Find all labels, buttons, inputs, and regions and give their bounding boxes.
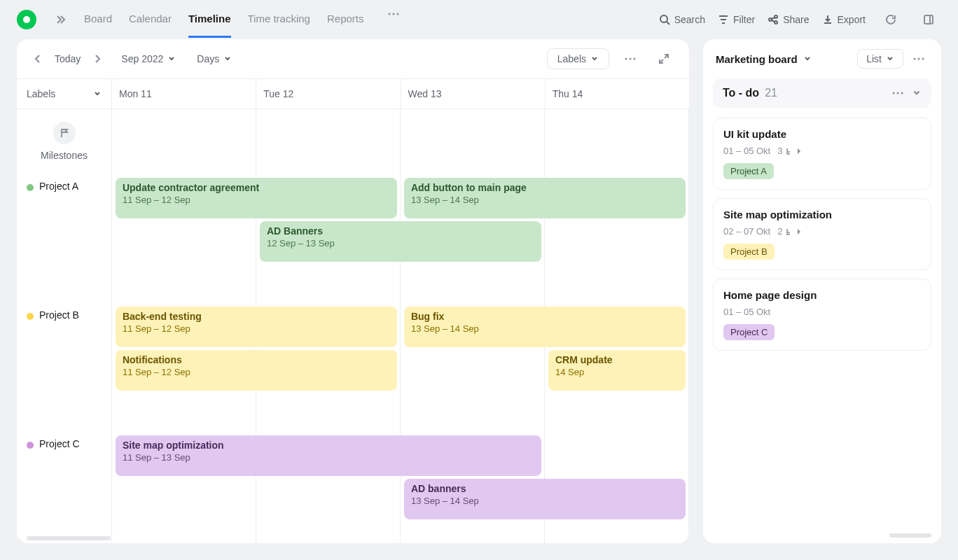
board-name[interactable]: Marketing board — [716, 53, 798, 65]
chevron-down-icon[interactable] — [803, 55, 812, 63]
search-label: Search — [674, 14, 705, 25]
filter-action[interactable]: Filter — [718, 14, 755, 25]
granularity-selector[interactable]: Days — [197, 53, 232, 64]
tab-reports[interactable]: Reports — [327, 1, 364, 38]
task-title: AD Banners — [267, 225, 534, 237]
more-tabs-icon[interactable] — [381, 1, 406, 27]
project-tag: Project A — [723, 163, 774, 179]
list-view-button[interactable]: List — [857, 49, 903, 69]
row-label-text: Project C — [39, 438, 80, 449]
row-label-project-b[interactable]: Project B — [17, 302, 111, 431]
search-icon — [659, 14, 670, 25]
timeline-grid[interactable]: Update contractor agreement11 Sep – 12 S… — [112, 109, 689, 543]
task-card[interactable]: Home page design01 – 05 OktProject C — [713, 279, 931, 351]
row-label-project-a[interactable]: Project A — [17, 174, 111, 302]
task-dates: 12 Sep – 13 Sep — [267, 238, 534, 248]
task-bar[interactable]: Notifications11 Sep – 12 Sep — [116, 350, 397, 391]
tab-time-tracking[interactable]: Time tracking — [248, 1, 310, 38]
svg-point-8 — [625, 58, 627, 60]
row-label-text: Project B — [39, 309, 79, 321]
task-card[interactable]: Site map optimization02 – 07 Okt2 Projec… — [713, 198, 931, 270]
task-title: Bug fix — [411, 311, 679, 322]
export-action[interactable]: Export — [822, 14, 866, 25]
card-dates: 02 – 07 Okt — [723, 226, 770, 237]
app-logo[interactable] — [17, 10, 36, 29]
task-bar[interactable]: Back-end testing11 Sep – 12 Sep — [116, 307, 397, 347]
timeline-more-icon[interactable] — [618, 46, 643, 71]
today-label: Today — [55, 53, 81, 64]
subtask-icon — [785, 147, 793, 155]
next-day-icon[interactable] — [89, 46, 106, 71]
flag-icon — [53, 122, 76, 144]
task-bar[interactable]: AD banners13 Sep – 14 Sep — [404, 479, 686, 519]
svg-point-1 — [392, 13, 394, 15]
task-title: CRM update — [555, 354, 679, 365]
project-dot — [27, 184, 34, 191]
prev-day-icon[interactable] — [29, 46, 46, 71]
horizontal-scrollbar[interactable] — [27, 536, 111, 540]
tab-calendar[interactable]: Calendar — [129, 1, 172, 38]
refresh-icon[interactable] — [878, 7, 903, 32]
timeline-panel: Today Sep 2022 Days Labels — [17, 39, 689, 543]
project-tag: Project B — [723, 244, 775, 260]
tab-board[interactable]: Board — [84, 1, 112, 38]
svg-point-6 — [775, 21, 777, 24]
task-bar[interactable]: Bug fix13 Sep – 14 Sep — [404, 307, 686, 347]
task-title: Site map optimization — [123, 440, 534, 451]
group-header-todo[interactable]: To - do 21 — [713, 78, 931, 108]
subtask-count: 3 — [777, 146, 802, 156]
row-label-project-c[interactable]: Project C — [17, 431, 111, 543]
side-scrollbar[interactable] — [889, 533, 931, 538]
task-card[interactable]: UI kit update01 – 05 Okt3 Project A — [713, 118, 931, 190]
side-panel: Marketing board List To - do 21 UI kit u… — [703, 39, 941, 543]
task-bar[interactable]: AD Banners12 Sep – 13 Sep — [260, 221, 541, 262]
side-more-icon[interactable] — [909, 46, 929, 71]
task-bar[interactable]: Add button to main page13 Sep – 14 Sep — [404, 178, 686, 218]
day-header-mon: Mon 11 — [112, 79, 256, 108]
group-more-icon[interactable] — [892, 92, 903, 94]
subtask-icon — [785, 227, 793, 236]
svg-point-4 — [769, 18, 772, 21]
fullscreen-icon[interactable] — [651, 46, 676, 71]
chevron-down-icon — [886, 55, 894, 63]
share-action[interactable]: Share — [768, 14, 809, 25]
task-title: AD banners — [411, 483, 679, 494]
search-action[interactable]: Search — [659, 14, 705, 25]
today-button[interactable]: Today — [55, 53, 81, 64]
expand-nav-icon[interactable] — [48, 7, 73, 32]
caret-right-icon — [796, 228, 802, 235]
task-bar[interactable]: CRM update14 Sep — [548, 350, 686, 391]
task-dates: 13 Sep – 14 Sep — [411, 496, 679, 506]
subtask-count: 2 — [777, 226, 802, 237]
card-meta: 01 – 05 Okt3 — [723, 146, 921, 156]
tab-timeline[interactable]: Timeline — [188, 1, 231, 38]
task-dates: 13 Sep – 14 Sep — [411, 323, 679, 334]
card-title: UI kit update — [723, 128, 921, 140]
task-title: Update contractor agreement — [123, 182, 390, 193]
filter-icon — [718, 14, 729, 25]
chevron-down-icon[interactable] — [912, 88, 922, 98]
task-bar[interactable]: Update contractor agreement11 Sep – 12 S… — [116, 178, 397, 218]
card-dates: 01 – 05 Okt — [723, 146, 770, 156]
svg-point-15 — [897, 92, 899, 94]
export-label: Export — [838, 14, 866, 25]
month-selector[interactable]: Sep 2022 — [121, 53, 176, 64]
labels-column-header[interactable]: Labels — [17, 79, 112, 108]
svg-point-2 — [396, 13, 398, 15]
task-bar[interactable]: Site map optimization11 Sep – 13 Sep — [116, 435, 541, 476]
labels-sidebar: Milestones Project A Project B Project C — [17, 109, 112, 543]
export-icon — [822, 14, 833, 25]
panel-toggle-icon[interactable] — [916, 7, 941, 32]
svg-point-12 — [918, 58, 920, 60]
task-dates: 11 Sep – 12 Sep — [123, 367, 390, 377]
labels-header-text: Labels — [27, 88, 55, 99]
share-label: Share — [783, 14, 809, 25]
group-count: 21 — [765, 87, 777, 99]
project-dot — [27, 313, 34, 320]
svg-point-5 — [775, 15, 777, 18]
share-icon — [768, 14, 779, 25]
labels-selector-label: Labels — [557, 53, 586, 64]
task-title: Notifications — [123, 354, 390, 365]
labels-selector[interactable]: Labels — [547, 48, 609, 69]
svg-point-14 — [893, 92, 895, 94]
